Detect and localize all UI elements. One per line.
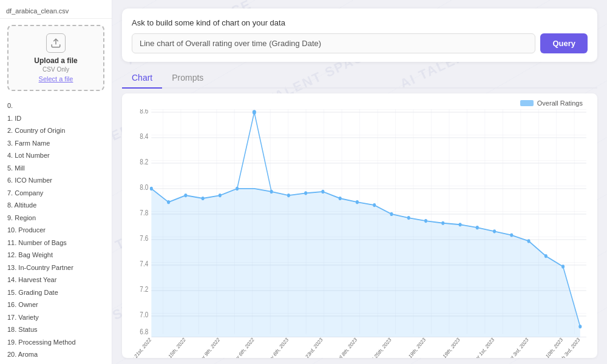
svg-point-35 [356, 200, 359, 204]
svg-text:January 6th, 2023: January 6th, 2023 [260, 336, 290, 358]
svg-text:7.4: 7.4 [140, 260, 148, 268]
svg-point-46 [544, 254, 548, 258]
svg-point-24 [167, 200, 170, 204]
column-item: 15. Grading Date [0, 286, 112, 299]
column-item: 9. Region [0, 212, 112, 224]
column-item: 11. Number of Bags [0, 237, 112, 249]
query-button[interactable]: Query [540, 33, 588, 53]
select-file-link[interactable]: Select a file [39, 75, 73, 83]
svg-text:February 23rd, 2023: February 23rd, 2023 [291, 336, 324, 358]
svg-point-29 [253, 110, 256, 114]
filename-bar: df_arabica_clean.csv [0, 5, 112, 19]
tabs: Chart Prompts [122, 69, 597, 89]
svg-point-36 [373, 203, 376, 207]
column-item: 0. [0, 99, 112, 112]
svg-text:November 15th, 2022: November 15th, 2022 [151, 336, 186, 358]
svg-text:8.0: 8.0 [140, 183, 148, 191]
chart-legend: Overall Ratings [127, 99, 592, 107]
svg-point-38 [407, 216, 410, 220]
svg-text:April 25th, 2023: April 25th, 2023 [366, 336, 393, 358]
svg-point-40 [441, 221, 444, 225]
column-item: 19. Processing Method [0, 336, 112, 349]
upload-title: Upload a file [34, 56, 77, 65]
column-item: 4. Lot Number [0, 149, 112, 162]
svg-point-43 [493, 229, 496, 233]
svg-text:January 19th, 2023: January 19th, 2023 [395, 336, 427, 358]
legend-label: Overall Ratings [537, 99, 583, 107]
svg-point-42 [476, 226, 479, 229]
column-item: 18. Status [0, 323, 112, 336]
query-input-row: Query [132, 33, 588, 53]
sidebar: df_arabica_clean.csv Upload a file CSV O… [0, 0, 112, 364]
svg-point-32 [304, 191, 307, 195]
svg-point-44 [510, 233, 513, 237]
column-item: 5. Mill [0, 162, 112, 175]
svg-text:7.8: 7.8 [140, 209, 148, 217]
svg-text:7.0: 7.0 [140, 311, 148, 318]
column-item: 14. Harvest Year [0, 274, 112, 286]
column-item: 17. Variety [0, 311, 112, 324]
svg-text:December 6th, 2022: December 6th, 2022 [222, 336, 255, 358]
svg-text:7.2: 7.2 [140, 285, 148, 293]
svg-point-27 [219, 194, 222, 197]
upload-icon [46, 33, 66, 53]
svg-point-31 [287, 194, 290, 197]
filename: df_arabica_clean.csv [6, 7, 69, 15]
main-area: Ask to build some kind of chart on your … [112, 0, 607, 364]
svg-text:6.8: 6.8 [140, 328, 148, 335]
svg-point-47 [561, 265, 565, 268]
svg-point-33 [321, 190, 324, 194]
svg-text:September 21st, 2022: September 21st, 2022 [127, 336, 152, 358]
upload-subtitle: CSV Only [42, 66, 69, 73]
column-item: 16. Owner [0, 298, 112, 311]
column-item: 13. In-Country Partner [0, 261, 112, 274]
svg-point-25 [184, 194, 187, 197]
query-card: Ask to build some kind of chart on your … [122, 8, 597, 62]
legend-color-box [520, 100, 534, 106]
line-chart: 8.6 8.4 8.2 8.0 7.8 7.6 7.4 7.2 7.0 6.8 [127, 109, 592, 358]
tab-prompts[interactable]: Prompts [162, 69, 213, 89]
query-label: Ask to build some kind of chart on your … [132, 18, 588, 27]
svg-point-37 [390, 212, 393, 216]
column-item: 21. Flavor [0, 361, 112, 365]
svg-point-39 [424, 219, 427, 223]
column-item: 8. Altitude [0, 199, 112, 212]
column-list: 0.1. ID2. Country of Origin3. Farm Name4… [0, 97, 112, 364]
svg-text:8.2: 8.2 [140, 158, 148, 166]
column-item: 20. Aroma [0, 348, 112, 361]
svg-point-26 [202, 197, 205, 200]
svg-text:May 19th, 2023: May 19th, 2023 [435, 336, 461, 358]
column-item: 10. Producer [0, 224, 112, 237]
svg-point-23 [150, 187, 153, 190]
column-item: 3. Farm Name [0, 137, 112, 150]
column-item: 6. ICO Number [0, 174, 112, 187]
svg-text:August 3rd, 2023: August 3rd, 2023 [501, 336, 529, 358]
svg-point-28 [236, 187, 239, 190]
column-item: 12. Bag Weight [0, 249, 112, 261]
svg-point-48 [578, 325, 582, 328]
chart-container: Overall Ratings 8.6 8.4 8.2 8.0 7.8 7.6 … [122, 93, 597, 358]
svg-text:January 10th, 2023: January 10th, 2023 [532, 336, 564, 358]
column-item: 2. Country of Origin [0, 124, 112, 137]
upload-box[interactable]: Upload a file CSV Only Select a file [7, 25, 104, 91]
svg-point-45 [527, 239, 531, 243]
svg-point-41 [458, 223, 461, 226]
svg-text:November 1st, 2023: November 1st, 2023 [462, 336, 495, 358]
tab-chart[interactable]: Chart [122, 69, 162, 89]
svg-point-30 [270, 190, 273, 194]
svg-text:November 9th, 2022: November 9th, 2022 [188, 336, 221, 358]
svg-text:8.4: 8.4 [140, 132, 148, 140]
svg-point-34 [339, 197, 342, 200]
column-item: 1. ID [0, 112, 112, 125]
column-item: 7. Company [0, 187, 112, 200]
query-input[interactable] [132, 33, 535, 53]
svg-text:8.6: 8.6 [140, 109, 148, 115]
svg-text:7.6: 7.6 [140, 234, 148, 242]
svg-text:April 8th, 2023: April 8th, 2023 [333, 336, 358, 358]
